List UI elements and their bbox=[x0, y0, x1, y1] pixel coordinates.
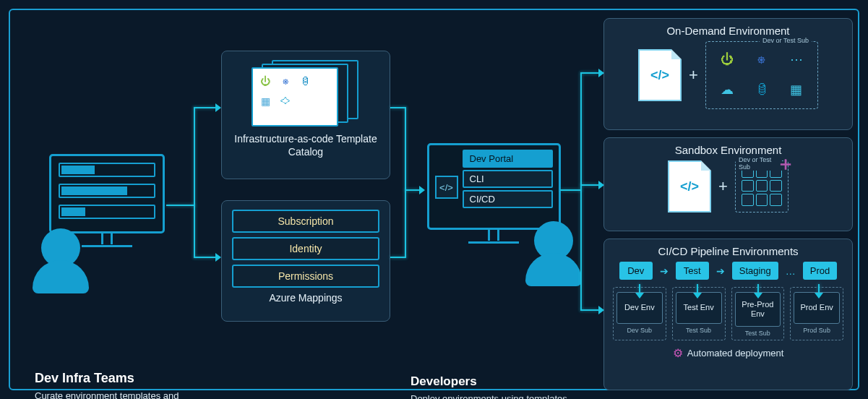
monitor-row bbox=[59, 205, 155, 219]
developers-title: Developers bbox=[411, 374, 577, 389]
code-file-icon bbox=[638, 49, 682, 101]
subscription-label: Dev or Test Sub bbox=[736, 156, 782, 171]
mapping-pill-permissions: Permissions bbox=[232, 265, 379, 288]
cicd-stage-row: Dev ➔ Test ➔ Staging … Prod bbox=[613, 262, 843, 280]
cicd-env-title: CI/CD Pipeline Environments bbox=[613, 245, 843, 257]
connector bbox=[757, 284, 759, 293]
monitor-row bbox=[59, 184, 155, 198]
plus-icon: + bbox=[718, 177, 728, 196]
sandbox-env-title: Sandbox Environment bbox=[613, 144, 843, 156]
mapping-pill-subscription: Subscription bbox=[232, 210, 379, 233]
database-icon: 🛢 bbox=[298, 73, 314, 89]
automated-deployment-label: ⚙ Automated deployment bbox=[613, 346, 843, 360]
subscription-label: Dev or Test Sub bbox=[760, 37, 812, 44]
connector bbox=[390, 257, 406, 258]
pipeline-stage-prod: Prod bbox=[803, 262, 837, 280]
developers-section: </> Dev Portal CLI CI/CD Developers Depl… bbox=[411, 143, 577, 399]
spring-icon: ⏻ bbox=[712, 46, 742, 72]
subscription-box: Dev or Test Sub ＋ bbox=[735, 160, 788, 213]
connector bbox=[580, 309, 598, 311]
dev-option-dev-portal: Dev Portal bbox=[463, 150, 553, 168]
sandbox-env-card: Sandbox Environment + Dev or Test Sub ＋ bbox=[603, 137, 853, 231]
gear-icon: ⚙ bbox=[673, 346, 683, 360]
arm-template-icon: ▦ bbox=[257, 93, 273, 109]
connector bbox=[166, 205, 195, 206]
cicd-env-sub: Prod Sub bbox=[794, 327, 840, 334]
on-demand-env-title: On-Demand Environment bbox=[613, 25, 843, 37]
cicd-env-row: Dev Env Dev Sub Test Env Test Sub Pre-Pr… bbox=[613, 287, 843, 340]
pipeline-stage-dev: Dev bbox=[619, 262, 653, 280]
connector bbox=[194, 257, 215, 258]
dev-infra-section: Dev Infra Teams Curate environment templ… bbox=[35, 154, 179, 399]
connector bbox=[194, 107, 195, 258]
code-file-icon bbox=[668, 160, 711, 213]
dev-option-cicd: CI/CD bbox=[463, 190, 553, 208]
database-icon: 🛢 bbox=[747, 77, 777, 103]
cloud-service-icon: ☁ bbox=[712, 77, 742, 103]
cicd-env-sub: Test Sub bbox=[735, 330, 781, 337]
connector bbox=[580, 184, 598, 186]
ellipsis-icon: … bbox=[786, 265, 796, 277]
plus-icon: + bbox=[689, 66, 698, 85]
dev-infra-desc: Curate environment templates and map pro… bbox=[35, 390, 179, 399]
spring-icon: ⏻ bbox=[257, 73, 273, 89]
pipeline-stage-staging: Staging bbox=[732, 262, 778, 280]
code-file-icon: </> bbox=[435, 176, 458, 199]
pipeline-stage-test: Test bbox=[676, 262, 709, 280]
connector bbox=[697, 284, 698, 293]
grid-service-icon: ▦ bbox=[781, 77, 812, 103]
user-avatar-icon bbox=[41, 228, 80, 267]
connector bbox=[405, 189, 419, 191]
connector bbox=[560, 189, 582, 191]
connector bbox=[818, 284, 820, 293]
template-stack-icon: ⏻ ⎈ 🛢 ▦ ⧼⧽ bbox=[252, 60, 360, 129]
dev-option-cli: CLI bbox=[463, 170, 553, 188]
automated-deployment-text: Automated deployment bbox=[687, 348, 784, 359]
connector bbox=[580, 72, 598, 74]
iac-label: Infrastructure-as-code Template Catalog bbox=[232, 133, 379, 158]
connector bbox=[390, 107, 406, 108]
azure-mappings-card: Subscription Identity Permissions Azure … bbox=[221, 200, 390, 322]
monitor-row bbox=[59, 163, 155, 177]
subscription-box: Dev or Test Sub ⏻ ⎈ ⋯ ☁ 🛢 ▦ bbox=[705, 41, 818, 109]
iac-template-catalog-card: ⏻ ⎈ 🛢 ▦ ⧼⧽ Infrastructure-as-code Templa… bbox=[221, 51, 390, 179]
user-avatar-icon bbox=[534, 221, 573, 260]
mappings-label: Azure Mappings bbox=[232, 292, 379, 305]
on-demand-env-card: On-Demand Environment + Dev or Test Sub … bbox=[603, 18, 853, 130]
connector bbox=[639, 284, 640, 293]
dev-infra-title: Dev Infra Teams bbox=[35, 371, 179, 386]
kubernetes-icon: ⎈ bbox=[747, 46, 777, 72]
cicd-env-sub: Dev Sub bbox=[616, 327, 663, 334]
kubernetes-icon: ⎈ bbox=[278, 73, 293, 89]
connector bbox=[405, 107, 406, 258]
cicd-env-card: CI/CD Pipeline Environments Dev ➔ Test ➔… bbox=[603, 239, 853, 390]
code-icon: ⧼⧽ bbox=[278, 93, 293, 109]
arrow-right-icon: ➔ bbox=[716, 265, 725, 277]
cicd-env-sub: Test Sub bbox=[676, 327, 722, 334]
arrow-right-icon: ➔ bbox=[660, 265, 669, 277]
connector bbox=[580, 72, 582, 311]
dev-infra-monitor-icon bbox=[49, 154, 165, 233]
more-services-icon: ⋯ bbox=[781, 46, 812, 72]
connector bbox=[194, 107, 215, 108]
developers-desc: Deploy environments using templates base… bbox=[411, 392, 577, 399]
add-resource-icon: ＋ bbox=[776, 157, 792, 173]
mapping-pill-identity: Identity bbox=[232, 237, 379, 260]
developers-monitor-icon: </> Dev Portal CLI CI/CD bbox=[427, 143, 561, 230]
